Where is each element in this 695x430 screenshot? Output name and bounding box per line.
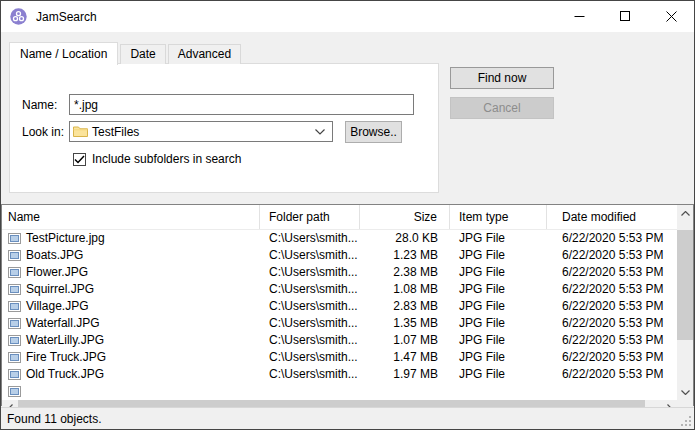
- folder-path: C:\Users\smith...: [260, 230, 360, 247]
- file-size: 1.08 MB: [360, 281, 450, 298]
- file-name: Boats.JPG: [26, 247, 83, 264]
- name-label: Name:: [22, 95, 57, 115]
- file-size: 1.47 MB: [360, 349, 450, 366]
- date-modified: 6/22/2020 5:53 PM: [547, 315, 677, 332]
- close-icon: [666, 11, 677, 22]
- vertical-scrollbar-thumb[interactable]: [677, 230, 693, 340]
- item-type: JPG File: [450, 349, 547, 366]
- file-name: WaterLilly.JPG: [26, 332, 104, 349]
- folder-path: C:\Users\smith...: [260, 264, 360, 281]
- table-row[interactable]: Village.JPG C:\Users\smith... 2.83 MB JP…: [2, 298, 677, 315]
- folder-path: C:\Users\smith...: [260, 349, 360, 366]
- table-row[interactable]: Squirrel.JPG C:\Users\smith... 1.08 MB J…: [2, 281, 677, 298]
- window-title: JamSearch: [36, 10, 97, 24]
- item-type: JPG File: [450, 366, 547, 383]
- date-modified: 6/22/2020 5:53 PM: [547, 230, 677, 247]
- look-in-label: Look in:: [22, 122, 64, 142]
- item-type: JPG File: [450, 247, 547, 264]
- file-image-icon: [8, 385, 21, 398]
- table-row[interactable]: WaterLilly.JPG C:\Users\smith... 1.07 MB…: [2, 332, 677, 349]
- results-body: TestPicture.jpg C:\Users\smith... 28.0 K…: [2, 230, 677, 400]
- file-size: 2.38 MB: [360, 264, 450, 281]
- table-row[interactable]: Waterfall.JPG C:\Users\smith... 1.35 MB …: [2, 315, 677, 332]
- tab-name-location[interactable]: Name / Location: [9, 42, 118, 65]
- item-type: JPG File: [450, 281, 547, 298]
- file-image-icon: [8, 334, 21, 347]
- file-image-icon: [8, 283, 21, 296]
- column-header-name[interactable]: Name: [2, 205, 260, 229]
- file-name: Old Truck.JPG: [26, 366, 104, 383]
- file-image-icon: [8, 266, 21, 279]
- find-now-button[interactable]: Find now: [450, 67, 554, 89]
- look-in-value: TestFiles: [92, 125, 315, 139]
- chevron-down-icon[interactable]: [315, 129, 325, 135]
- file-name: TestPicture.jpg: [26, 230, 105, 247]
- date-modified: 6/22/2020 5:53 PM: [547, 349, 677, 366]
- folder-path: C:\Users\smith...: [260, 247, 360, 264]
- statusbar: Found 11 objects.: [1, 407, 694, 429]
- folder-path: C:\Users\smith...: [260, 315, 360, 332]
- cancel-button: Cancel: [450, 97, 554, 119]
- file-size: 1.35 MB: [360, 315, 450, 332]
- table-row[interactable]: TestPicture.jpg C:\Users\smith... 28.0 K…: [2, 230, 677, 247]
- vertical-scrollbar[interactable]: [677, 205, 693, 400]
- minimize-button[interactable]: [556, 1, 602, 32]
- check-icon: [74, 155, 85, 164]
- file-name: Fire Truck.JPG: [26, 349, 106, 366]
- date-modified: 6/22/2020 5:53 PM: [547, 332, 677, 349]
- folder-path: C:\Users\smith...: [260, 366, 360, 383]
- date-modified: 6/22/2020 5:53 PM: [547, 366, 677, 383]
- table-row-partial[interactable]: [2, 383, 677, 400]
- folder-path: C:\Users\smith...: [260, 332, 360, 349]
- status-text: Found 11 objects.: [7, 412, 102, 426]
- resize-grip-icon[interactable]: [680, 415, 692, 427]
- file-image-icon: [8, 300, 21, 313]
- file-image-icon: [8, 249, 21, 262]
- close-button[interactable]: [648, 1, 694, 32]
- include-subfolders-label: Include subfolders in search: [92, 152, 241, 166]
- name-input[interactable]: [69, 94, 414, 115]
- table-row[interactable]: Old Truck.JPG C:\Users\smith... 1.97 MB …: [2, 366, 677, 383]
- folder-path: C:\Users\smith...: [260, 298, 360, 315]
- file-size: 2.83 MB: [360, 298, 450, 315]
- date-modified: 6/22/2020 5:53 PM: [547, 281, 677, 298]
- app-window: JamSearch Name / Location Date Advanced …: [0, 0, 695, 430]
- tab-date[interactable]: Date: [120, 44, 165, 64]
- date-modified: 6/22/2020 5:53 PM: [547, 298, 677, 315]
- table-row[interactable]: Boats.JPG C:\Users\smith... 1.23 MB JPG …: [2, 247, 677, 264]
- column-header-size[interactable]: Size: [360, 205, 450, 229]
- item-type: JPG File: [450, 264, 547, 281]
- item-type: JPG File: [450, 298, 547, 315]
- tab-advanced[interactable]: Advanced: [168, 44, 241, 64]
- look-in-combobox[interactable]: TestFiles: [69, 121, 333, 142]
- column-header-folder[interactable]: Folder path: [260, 205, 360, 229]
- search-panel: Name: Look in: TestFiles Browse.. Includ…: [9, 63, 439, 193]
- file-image-icon: [8, 351, 21, 364]
- folder-icon: [73, 125, 88, 138]
- folder-path: C:\Users\smith...: [260, 281, 360, 298]
- column-header-modified[interactable]: Date modified: [547, 205, 677, 229]
- maximize-button[interactable]: [602, 1, 648, 32]
- column-header-type[interactable]: Item type: [450, 205, 547, 229]
- date-modified: 6/22/2020 5:53 PM: [547, 264, 677, 281]
- file-name: Squirrel.JPG: [26, 281, 94, 298]
- titlebar[interactable]: JamSearch: [1, 1, 694, 32]
- date-modified: 6/22/2020 5:53 PM: [547, 247, 677, 264]
- file-size: 1.23 MB: [360, 247, 450, 264]
- file-name: Village.JPG: [26, 298, 88, 315]
- file-image-icon: [8, 317, 21, 330]
- maximize-icon: [620, 11, 631, 22]
- include-subfolders-checkbox[interactable]: [73, 153, 86, 166]
- table-row[interactable]: Flower.JPG C:\Users\smith... 2.38 MB JPG…: [2, 264, 677, 281]
- table-row[interactable]: Fire Truck.JPG C:\Users\smith... 1.47 MB…: [2, 349, 677, 366]
- file-image-icon: [8, 368, 21, 381]
- scroll-up-icon[interactable]: [677, 205, 693, 221]
- browse-button[interactable]: Browse..: [345, 121, 402, 143]
- file-image-icon: [8, 232, 21, 245]
- tabstrip: Name / Location Date Advanced: [9, 41, 243, 64]
- item-type: JPG File: [450, 332, 547, 349]
- scroll-down-icon[interactable]: [677, 384, 693, 400]
- app-icon: [10, 8, 27, 25]
- file-size: 28.0 KB: [360, 230, 450, 247]
- item-type: JPG File: [450, 230, 547, 247]
